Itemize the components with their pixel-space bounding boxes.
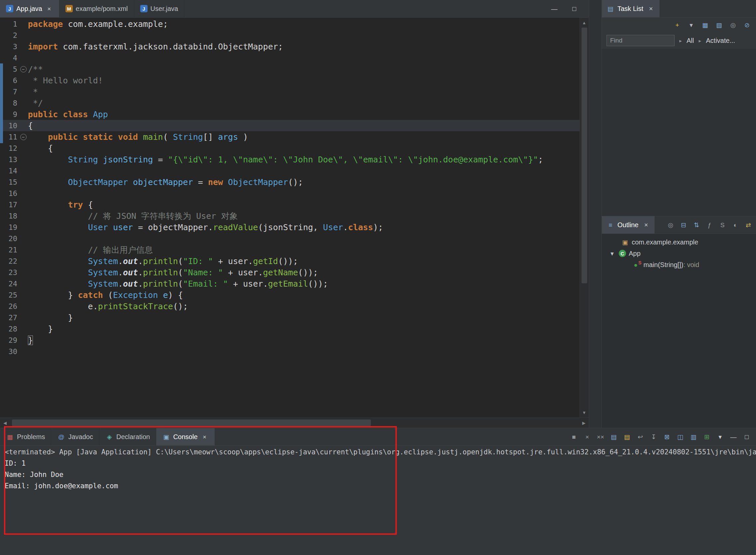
code-line[interactable]: 21 // 输出用户信息 [0, 244, 580, 255]
scroll-lock-icon[interactable]: ↧ [650, 433, 658, 441]
code-line[interactable]: 18 // 将 JSON 字符串转换为 User 对象 [0, 210, 580, 221]
code-line[interactable]: 6 * Hello world! [0, 75, 580, 86]
focus-icon[interactable]: ◎ [667, 221, 675, 229]
line-number[interactable]: 24 [0, 280, 18, 288]
view-tab-declaration[interactable]: ◈Declaration [100, 428, 156, 445]
hide-fields-icon[interactable]: ƒ [706, 221, 713, 229]
outline-item[interactable]: ●Smain(String[]) : void [602, 259, 756, 270]
line-number[interactable]: 14 [0, 167, 18, 175]
code-line[interactable]: 28 } [0, 323, 580, 335]
line-number[interactable]: 17 [0, 201, 18, 209]
focus-workweek-icon[interactable]: ◎ [729, 21, 737, 29]
open-console-icon[interactable]: ⊞ [703, 433, 711, 441]
line-number[interactable]: 3 [0, 43, 18, 51]
categorized-icon[interactable]: ▦ [701, 21, 709, 29]
code-line[interactable]: 7 * [0, 86, 580, 97]
line-number[interactable]: 12 [0, 144, 18, 153]
tree-expander-icon[interactable]: ▾ [608, 249, 616, 257]
code-line[interactable]: 27 } [0, 312, 580, 323]
scheduled-icon[interactable]: ▧ [715, 21, 723, 29]
code-line[interactable]: 8 */ [0, 97, 580, 109]
line-number[interactable]: 28 [0, 325, 18, 333]
line-number[interactable]: 1 [0, 20, 18, 28]
terminate-icon[interactable]: ■ [570, 433, 578, 441]
line-number[interactable]: 27 [0, 313, 18, 322]
editor-vertical-scrollbar[interactable]: ▲ ▼ [580, 17, 589, 418]
scroll-left-icon[interactable]: ◀ [1, 418, 9, 428]
code-line[interactable]: 10{ [0, 120, 580, 131]
vertical-scrollbar-thumb[interactable] [582, 28, 587, 283]
view-tab-javadoc[interactable]: @Javadoc [51, 428, 100, 445]
editor-tab-app-java[interactable]: JApp.java× [0, 0, 59, 17]
activate-button[interactable]: Activate... [706, 37, 735, 44]
tab-outline[interactable]: ≡ Outline × [602, 216, 655, 233]
new-task-icon[interactable]: + [673, 21, 681, 29]
line-number[interactable]: 21 [0, 246, 18, 254]
scroll-right-icon[interactable]: ▶ [580, 418, 588, 428]
code-line[interactable]: 5−/** [0, 63, 580, 75]
code-line[interactable]: 25 } catch (Exception e) { [0, 289, 580, 301]
scroll-down-icon[interactable]: ▼ [580, 408, 589, 417]
close-icon[interactable]: × [647, 5, 655, 13]
clear-console-icon[interactable]: ⊠ [663, 433, 671, 441]
find-input[interactable] [606, 35, 675, 46]
code-line[interactable]: 17 try { [0, 199, 580, 210]
code-line[interactable]: 12 { [0, 142, 580, 154]
code-line[interactable]: 2 [0, 30, 580, 41]
outline-item[interactable]: ▾CApp [602, 248, 756, 259]
expand-arrow-icon[interactable]: ▸ [697, 37, 703, 44]
caret-down-icon[interactable]: ▾ [687, 21, 695, 29]
view-menu-caret-icon[interactable]: ▾ [716, 433, 724, 441]
line-number[interactable]: 13 [0, 156, 18, 164]
code-line[interactable]: 1package com.example.example; [0, 18, 580, 30]
pin-console-icon[interactable]: ◫ [676, 433, 684, 441]
line-number[interactable]: 20 [0, 234, 18, 243]
restore-icon[interactable]: □ [570, 5, 578, 13]
close-icon[interactable]: × [642, 221, 650, 229]
scroll-up-icon[interactable]: ▲ [580, 18, 589, 27]
line-number[interactable]: 29 [0, 336, 18, 344]
code-line[interactable]: 26 e.printStackTrace(); [0, 301, 580, 312]
code-line[interactable]: 23 System.out.println("Name: " + user.ge… [0, 267, 580, 278]
horizontal-scrollbar-thumb[interactable] [12, 420, 371, 426]
view-tab-problems[interactable]: ▦Problems [0, 428, 51, 445]
code-line[interactable]: 19 User user = objectMapper.readValue(js… [0, 221, 580, 233]
outline-item[interactable]: ▣com.example.example [602, 237, 756, 248]
close-icon[interactable]: × [201, 433, 209, 441]
line-number[interactable]: 4 [0, 54, 18, 62]
editor-horizontal-scrollbar[interactable]: ◀ ▶ [0, 418, 589, 428]
tab-task-list[interactable]: ▤ Task List × [602, 0, 660, 17]
close-icon[interactable]: × [45, 5, 53, 13]
line-number[interactable]: 2 [0, 31, 18, 40]
code-line[interactable]: 30 [0, 346, 580, 357]
code-line[interactable]: 14 [0, 165, 580, 176]
line-number[interactable]: 22 [0, 257, 18, 265]
line-number[interactable]: 26 [0, 302, 18, 310]
collapse-all-icon[interactable]: ⊟ [680, 221, 687, 229]
hide-non-public-icon[interactable]: ◐ [731, 221, 740, 229]
word-wrap-icon[interactable]: ↩ [636, 433, 644, 441]
editor-tab-example-pom-xml[interactable]: Mexample/pom.xml [59, 0, 134, 17]
display-console-icon[interactable]: ▥ [689, 433, 698, 441]
code-line[interactable]: 15 ObjectMapper objectMapper = new Objec… [0, 176, 580, 188]
line-number[interactable]: 23 [0, 268, 18, 277]
code-line[interactable]: 11− public static void main( String[] ar… [0, 131, 580, 142]
filter-all-button[interactable]: All [686, 37, 694, 44]
remove-all-launches-icon[interactable]: ×× [596, 433, 604, 441]
line-number[interactable]: 15 [0, 178, 18, 186]
expand-arrow-icon[interactable]: ▸ [678, 37, 683, 44]
minimize-icon[interactable]: — [550, 5, 558, 13]
line-number[interactable]: 16 [0, 189, 18, 198]
code-line[interactable]: 22 System.out.println("ID: " + user.getI… [0, 255, 580, 267]
editor-tab-user-java[interactable]: JUser.java [134, 0, 185, 17]
line-number[interactable]: 25 [0, 291, 18, 299]
line-number[interactable]: 18 [0, 212, 18, 220]
line-number[interactable]: 19 [0, 223, 18, 231]
link-with-editor-icon[interactable]: ⇄ [744, 221, 752, 229]
show-stderr-icon[interactable]: ▤ [623, 433, 631, 441]
filter-icon[interactable]: ⊘ [743, 21, 751, 29]
code-line[interactable]: 16 [0, 188, 580, 199]
show-stdout-icon[interactable]: ▤ [610, 433, 618, 441]
fold-icon[interactable]: − [20, 134, 27, 140]
code-line[interactable]: 24 System.out.println("Email: " + user.g… [0, 278, 580, 289]
